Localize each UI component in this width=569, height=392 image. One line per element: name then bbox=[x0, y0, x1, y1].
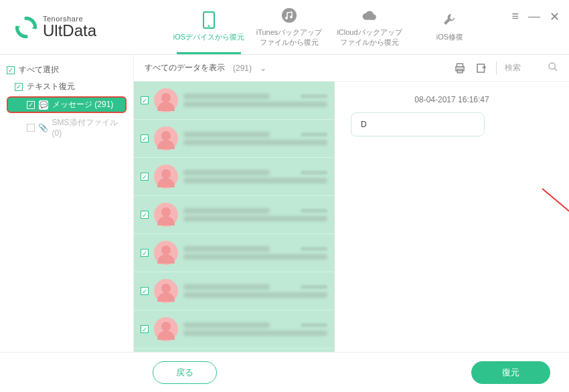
list-item[interactable]: ✓ bbox=[134, 234, 334, 272]
tree-label: テキスト復元 bbox=[27, 81, 75, 92]
avatar bbox=[154, 88, 178, 112]
avatar bbox=[154, 126, 178, 151]
message-detail: 08-04-2017 16:16:47 D bbox=[335, 82, 569, 352]
checkbox-icon[interactable]: ✓ bbox=[141, 173, 149, 181]
content-toolbar: すべてのデータを表示 (291) ⌄ 検索 bbox=[134, 55, 569, 82]
tab-ios-repair[interactable]: iOS修復 bbox=[410, 0, 490, 54]
nav-tabs: iOSデバイスから復元 iTunesバックアップ ファイルから復元 iCloud… bbox=[169, 0, 490, 54]
avatar bbox=[154, 279, 178, 303]
svg-point-6 bbox=[290, 16, 293, 19]
tree-messages[interactable]: ✓ 💬 メッセージ (291) bbox=[7, 96, 127, 113]
checkbox-icon[interactable]: ✓ bbox=[15, 83, 23, 91]
avatar bbox=[154, 203, 178, 227]
tree-label: SMS添付ファイル (0) bbox=[52, 117, 127, 138]
tree-text-recovery[interactable]: ✓ テキスト復元 bbox=[0, 78, 133, 95]
back-button[interactable]: 戻る bbox=[153, 361, 217, 384]
footer: 戻る 復元 bbox=[0, 352, 569, 392]
tab-label: iCloudバックアップ ファイルから復元 bbox=[337, 27, 402, 47]
svg-point-3 bbox=[208, 25, 210, 27]
svg-point-11 bbox=[549, 63, 555, 69]
list-item[interactable]: ✓ bbox=[134, 310, 334, 349]
list-item[interactable]: ✓ bbox=[134, 272, 334, 310]
list-item[interactable]: ✓ bbox=[134, 196, 334, 234]
tab-label: iOSデバイスから復元 bbox=[173, 32, 244, 41]
svg-line-12 bbox=[554, 68, 557, 71]
checkbox-icon[interactable]: ✓ bbox=[141, 325, 149, 333]
logo: Tenorshare UltData bbox=[8, 15, 142, 39]
sidebar: ✓ すべて選択 ✓ テキスト復元 ✓ 💬 メッセージ (291) ✓ 📎 SMS… bbox=[0, 55, 134, 352]
restore-button[interactable]: 復元 bbox=[471, 361, 550, 384]
menu-icon[interactable]: ≡ bbox=[511, 9, 519, 24]
tree-sms-attach[interactable]: ✓ 📎 SMS添付ファイル (0) bbox=[0, 114, 133, 140]
chevron-down-icon[interactable]: ⌄ bbox=[260, 64, 266, 73]
list-item[interactable]: ✓ bbox=[134, 120, 334, 158]
avatar bbox=[154, 241, 178, 265]
checkbox-icon[interactable]: ✓ bbox=[141, 287, 149, 295]
tab-label: iOS修復 bbox=[436, 32, 463, 41]
cloud-icon bbox=[361, 7, 378, 23]
tab-icloud[interactable]: iCloudバックアップ ファイルから復元 bbox=[329, 0, 410, 54]
svg-point-4 bbox=[282, 8, 297, 23]
tree-label: すべて選択 bbox=[19, 64, 59, 76]
print-icon[interactable] bbox=[453, 62, 467, 75]
svg-point-5 bbox=[285, 17, 288, 19]
annotation-arrow bbox=[536, 182, 569, 352]
logo-icon bbox=[15, 16, 37, 39]
brand-big: UltData bbox=[43, 23, 96, 39]
wrench-icon bbox=[442, 12, 458, 28]
detail-timestamp: 08-04-2017 16:16:47 bbox=[351, 95, 553, 104]
avatar bbox=[154, 317, 178, 341]
header: Tenorshare UltData iOSデバイスから復元 iTunesバック… bbox=[0, 0, 569, 55]
tab-ios-device[interactable]: iOSデバイスから復元 bbox=[169, 0, 249, 54]
export-icon[interactable] bbox=[475, 62, 488, 75]
list-item[interactable]: ✓ bbox=[134, 82, 334, 120]
search-placeholder: 検索 bbox=[505, 62, 521, 74]
tree-label: メッセージ (291) bbox=[52, 99, 113, 110]
attachment-icon: 📎 bbox=[39, 123, 48, 132]
window-controls: ≡ — ✕ bbox=[511, 9, 560, 24]
checkbox-icon[interactable]: ✓ bbox=[141, 96, 149, 104]
main: ✓ すべて選択 ✓ テキスト復元 ✓ 💬 メッセージ (291) ✓ 📎 SMS… bbox=[0, 55, 569, 352]
avatar bbox=[154, 165, 178, 189]
message-list[interactable]: ✓ ✓ ✓ ✓ ✓ ✓ ✓ ✓ ✓ ✓ ✓ bbox=[134, 82, 335, 352]
search-box[interactable]: 検索 bbox=[505, 62, 558, 74]
svg-line-13 bbox=[542, 189, 569, 352]
checkbox-icon[interactable]: ✓ bbox=[141, 211, 149, 219]
search-icon[interactable] bbox=[548, 62, 558, 74]
checkbox-icon[interactable]: ✓ bbox=[141, 134, 149, 142]
svg-rect-10 bbox=[477, 64, 485, 72]
checkbox-icon[interactable]: ✓ bbox=[141, 249, 149, 257]
minimize-icon[interactable]: — bbox=[528, 9, 540, 24]
music-disc-icon bbox=[281, 7, 297, 23]
checkbox-icon[interactable]: ✓ bbox=[27, 124, 35, 132]
content: すべてのデータを表示 (291) ⌄ 検索 ✓ ✓ bbox=[134, 55, 569, 352]
filter-count: (291) bbox=[233, 64, 252, 73]
tab-itunes[interactable]: iTunesバックアップ ファイルから復元 bbox=[249, 0, 329, 54]
close-icon[interactable]: ✕ bbox=[550, 9, 560, 24]
message-bubble: D bbox=[351, 112, 485, 136]
filter-label[interactable]: すべてのデータを表示 bbox=[145, 62, 225, 74]
message-icon: 💬 bbox=[39, 100, 48, 110]
tree-select-all[interactable]: ✓ すべて選択 bbox=[0, 62, 133, 78]
tab-label: iTunesバックアップ ファイルから復元 bbox=[256, 27, 323, 47]
list-item[interactable]: ✓ bbox=[134, 158, 334, 196]
checkbox-icon[interactable]: ✓ bbox=[27, 101, 35, 109]
checkbox-icon[interactable]: ✓ bbox=[7, 66, 15, 74]
phone-icon bbox=[201, 12, 217, 28]
content-body: ✓ ✓ ✓ ✓ ✓ ✓ ✓ ✓ ✓ ✓ ✓ 08-04-2017 16:16:4… bbox=[134, 82, 569, 352]
